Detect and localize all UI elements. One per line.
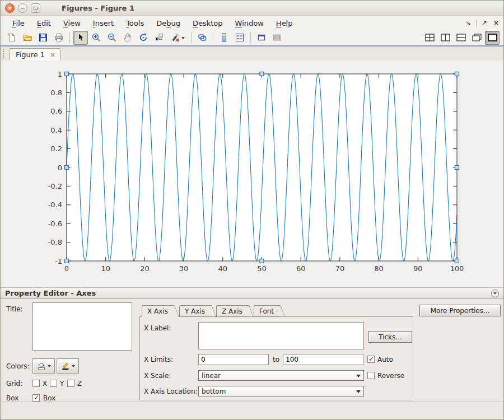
- printer-icon: [54, 32, 64, 43]
- tab-font[interactable]: Font: [254, 305, 279, 317]
- select-arrow-icon: [356, 390, 361, 395]
- grid-y-checkbox[interactable]: [50, 380, 57, 387]
- title-input[interactable]: [32, 302, 132, 351]
- box-checkbox[interactable]: [32, 394, 40, 402]
- plot-tools-button[interactable]: [270, 31, 284, 45]
- window-minimize-button[interactable]: −: [18, 3, 27, 13]
- svg-text:40: 40: [218, 264, 228, 273]
- more-properties-button[interactable]: More Properties...: [419, 305, 501, 316]
- separator: [250, 32, 251, 43]
- open-file-button[interactable]: [20, 31, 35, 45]
- tab-close-icon[interactable]: ×: [50, 51, 55, 59]
- rotate-3d-button[interactable]: [136, 31, 151, 45]
- layout-grid-icon: [425, 34, 435, 41]
- grid-x-label: X: [43, 380, 47, 388]
- selection-handle: [65, 259, 69, 263]
- svg-text:-0.8: -0.8: [48, 238, 62, 246]
- window-close-button[interactable]: ×: [5, 3, 15, 13]
- menu-desktop[interactable]: Desktop: [186, 18, 229, 29]
- link-icon: [197, 32, 207, 43]
- zoom-out-button[interactable]: [105, 31, 119, 45]
- rotate-icon: [138, 32, 148, 43]
- svg-text:-1: -1: [55, 257, 62, 265]
- dock-window-button[interactable]: [254, 31, 269, 45]
- menu-view[interactable]: View: [57, 18, 87, 29]
- x-limits-auto-checkbox[interactable]: [367, 356, 375, 363]
- separator: [69, 32, 70, 43]
- layout-maximized-button[interactable]: [485, 31, 500, 45]
- layout-grid-button[interactable]: [422, 31, 437, 45]
- box-checkbox-label: Box: [43, 394, 55, 402]
- fill-color-button[interactable]: [32, 358, 55, 374]
- menu-tools[interactable]: Tools: [120, 18, 150, 29]
- separator: [476, 20, 477, 27]
- sine-plot[interactable]: 0102030405060708090100-1-0.8-0.6-0.4-0.2…: [1, 60, 504, 287]
- figure-canvas[interactable]: 0102030405060708090100-1-0.8-0.6-0.4-0.2…: [1, 60, 503, 287]
- layout-rows-icon: [456, 34, 466, 41]
- tab-x-axis[interactable]: X Axis: [142, 305, 174, 317]
- menu-insert[interactable]: Insert: [87, 18, 120, 29]
- axis-tabs: X Axis Y Axis Z Axis Font: [142, 305, 285, 317]
- pan-button[interactable]: [120, 31, 135, 45]
- tab-figure-1[interactable]: Figure 1 ×: [9, 48, 61, 60]
- menu-window[interactable]: Window: [229, 18, 270, 29]
- pencil-icon: [60, 361, 71, 371]
- layout-rows-button[interactable]: [454, 31, 468, 45]
- reverse-checkbox[interactable]: [367, 372, 375, 379]
- line-color-button[interactable]: [57, 358, 79, 374]
- x-limits-label: X Limits:: [144, 356, 173, 363]
- window-maximize-button[interactable]: [31, 3, 40, 13]
- x-axis-location-select[interactable]: bottom: [198, 386, 364, 396]
- insert-colorbar-button[interactable]: [217, 31, 231, 45]
- fill-color-dropdown-icon[interactable]: [48, 365, 51, 369]
- layout-columns-button[interactable]: [438, 31, 452, 45]
- menu-debug[interactable]: Debug: [150, 18, 186, 29]
- grid-x-checkbox[interactable]: [32, 380, 40, 387]
- new-file-button[interactable]: [4, 31, 19, 45]
- svg-text:0: 0: [64, 264, 69, 273]
- window-icon: [256, 32, 267, 43]
- property-editor-header[interactable]: Property Editor - Axes: [1, 287, 503, 299]
- svg-text:50: 50: [257, 264, 267, 273]
- line-color-dropdown-icon[interactable]: [72, 365, 75, 369]
- dock-arrow-icon[interactable]: ↘: [464, 19, 472, 27]
- panel-close-icon[interactable]: ×: [492, 19, 500, 27]
- save-button[interactable]: [36, 31, 50, 45]
- brush-button[interactable]: [167, 31, 188, 45]
- reverse-label: Reverse: [377, 372, 404, 380]
- layout-float-button[interactable]: [469, 31, 484, 45]
- menu-help[interactable]: Help: [270, 18, 299, 29]
- undock-arrow-icon[interactable]: ↗: [480, 19, 488, 27]
- selection-handle: [260, 72, 264, 76]
- auto-label: Auto: [377, 356, 393, 363]
- zoom-out-icon: [107, 32, 117, 43]
- zoom-in-button[interactable]: [89, 31, 104, 45]
- svg-text:10: 10: [101, 264, 110, 273]
- insert-legend-button[interactable]: [232, 31, 247, 45]
- maximize-icon: [34, 7, 38, 10]
- menu-file[interactable]: File: [6, 18, 31, 29]
- x-limits-from-input[interactable]: [198, 354, 269, 365]
- chevron-down-icon: [493, 292, 497, 296]
- title-field-label: Title:: [6, 305, 23, 313]
- property-editor-content: Title: Colors: Grid: X Y Z Box Box X Axi…: [1, 299, 503, 402]
- x-scale-select[interactable]: linear: [198, 370, 364, 381]
- pointer-tool-button[interactable]: [73, 31, 88, 45]
- x-label-input[interactable]: [198, 322, 364, 349]
- hand-icon: [123, 32, 133, 43]
- drag-grip-icon[interactable]: [3, 49, 4, 58]
- tab-z-axis[interactable]: Z Axis: [216, 305, 248, 317]
- brush-dropdown-icon[interactable]: [181, 37, 185, 41]
- collapse-panel-button[interactable]: [491, 290, 499, 297]
- data-cursor-button[interactable]: [152, 31, 166, 45]
- minimize-icon: −: [20, 6, 25, 11]
- menu-edit[interactable]: Edit: [31, 18, 57, 29]
- link-plots-button[interactable]: [195, 31, 209, 45]
- grid-z-checkbox[interactable]: [67, 380, 74, 387]
- property-editor-title: Property Editor - Axes: [5, 289, 96, 297]
- tab-y-axis[interactable]: Y Axis: [179, 305, 211, 317]
- ticks-button[interactable]: Ticks...: [368, 331, 412, 343]
- zoom-in-icon: [91, 32, 101, 43]
- x-limits-to-input[interactable]: [283, 354, 363, 365]
- print-button[interactable]: [52, 31, 66, 45]
